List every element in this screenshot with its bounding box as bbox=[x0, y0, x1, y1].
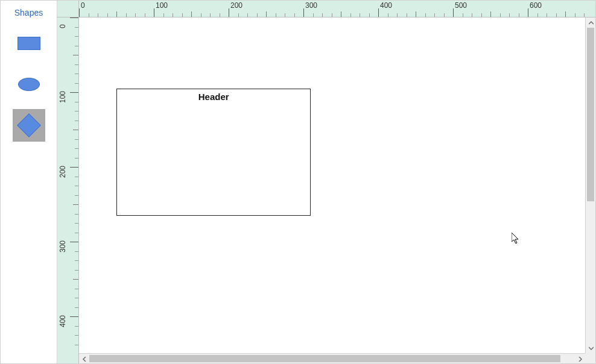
ruler-horizontal[interactable]: 0100200300400500600 bbox=[79, 1, 585, 17]
ruler-h-label: 600 bbox=[530, 1, 542, 10]
scroll-right-button[interactable] bbox=[575, 354, 585, 364]
ruler-vertical[interactable]: 0100200300400 bbox=[57, 17, 79, 353]
scrollbar-vertical[interactable] bbox=[585, 17, 595, 353]
shape-rectangle[interactable] bbox=[13, 27, 45, 60]
canvas-node-header[interactable]: Header bbox=[117, 89, 310, 104]
ellipse-icon bbox=[18, 78, 40, 91]
ruler-h-label: 200 bbox=[230, 1, 243, 10]
ruler-h-label: 500 bbox=[455, 1, 467, 10]
scrollbar-horizontal[interactable] bbox=[79, 353, 585, 363]
ruler-h-label: 0 bbox=[81, 1, 85, 10]
scroll-left-button[interactable] bbox=[79, 354, 89, 364]
editor-area: 0100200300400500600 0100200300400 Header bbox=[57, 1, 595, 363]
chevron-left-icon bbox=[82, 357, 87, 362]
ruler-h-label: 300 bbox=[305, 1, 317, 10]
shapes-panel-title: Shapes bbox=[14, 4, 43, 27]
ruler-v-label: 400 bbox=[59, 315, 67, 327]
diamond-icon bbox=[17, 113, 41, 137]
scroll-up-button[interactable] bbox=[586, 17, 596, 28]
chevron-down-icon bbox=[589, 346, 594, 351]
ruler-v-label: 100 bbox=[59, 91, 67, 103]
shape-diamond[interactable] bbox=[13, 109, 45, 142]
ruler-v-label: 200 bbox=[59, 166, 67, 178]
scrollbar-vertical-thumb[interactable] bbox=[587, 28, 594, 201]
canvas[interactable]: Header bbox=[79, 17, 585, 353]
corner-bl bbox=[57, 353, 79, 363]
rectangle-icon bbox=[17, 37, 40, 50]
ruler-v-label: 0 bbox=[59, 24, 67, 28]
ruler-h-label: 100 bbox=[156, 1, 168, 10]
scroll-down-button[interactable] bbox=[586, 343, 596, 353]
shapes-panel: Shapes bbox=[1, 1, 57, 363]
chevron-right-icon bbox=[578, 357, 583, 362]
shape-ellipse[interactable] bbox=[13, 68, 45, 101]
canvas-node[interactable]: Header bbox=[116, 89, 311, 216]
corner-br bbox=[585, 353, 595, 363]
corner-tr bbox=[585, 1, 595, 17]
ruler-v-label: 300 bbox=[59, 240, 67, 253]
ruler-h-label: 400 bbox=[380, 1, 392, 10]
scrollbar-horizontal-thumb[interactable] bbox=[89, 355, 560, 362]
ruler-corner bbox=[57, 1, 79, 17]
chevron-up-icon bbox=[589, 20, 594, 25]
